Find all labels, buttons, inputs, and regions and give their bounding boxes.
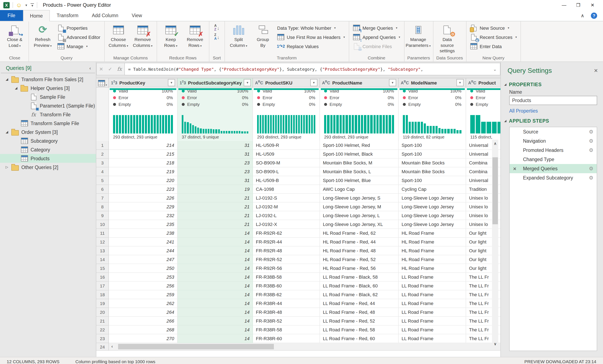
cell-modelname[interactable]: HL Road Frame: [399, 246, 466, 255]
ribbon-button-manage[interactable]: Manage▾: [55, 42, 102, 51]
cell-modelname[interactable]: LL Road Frame: [399, 273, 466, 282]
cell-productsubcategorykey[interactable]: 14: [178, 334, 253, 343]
sidebar-item-transform-file-from-sales-2[interactable]: ◢Transform File from Sales [2]: [0, 75, 96, 84]
cell-productsku[interactable]: FR-R92R-56: [253, 264, 320, 273]
row-number[interactable]: 21: [96, 317, 109, 326]
tab-transform[interactable]: Transform: [50, 10, 85, 21]
cell-productsku[interactable]: HL-U509-B: [253, 176, 320, 185]
expander-open-icon[interactable]: ◢: [5, 130, 9, 134]
row-number[interactable]: 4: [96, 167, 109, 176]
cell-productsubcategorykey[interactable]: 23: [178, 167, 253, 176]
cell-productname[interactable]: Sport-100 Helmet, Blue: [320, 176, 399, 185]
select-all-table-icon[interactable]: ▾: [96, 78, 109, 88]
cell-productname[interactable]: LL Road Frame - Black, 62: [320, 290, 399, 299]
cell-productname[interactable]: HL Road Frame - Red, 62: [320, 229, 399, 238]
cell-productsku[interactable]: HL-U509: [253, 150, 320, 159]
applied-step-merged-queries[interactable]: ✕Merged Queries⚙: [510, 164, 597, 173]
cell-productsubcategorykey[interactable]: 19: [178, 185, 253, 194]
ribbon-button-data-type-whole-number[interactable]: Data Type: Whole Number▾: [275, 23, 347, 32]
cell-productname[interactable]: HL Road Frame - Red, 56: [320, 264, 399, 273]
delete-step-icon[interactable]: ✕: [513, 166, 517, 171]
cell-productname[interactable]: Long-Sleeve Logo Jersey, L: [320, 211, 399, 220]
cell-productname[interactable]: Long-Sleeve Logo Jersey, S: [320, 194, 399, 202]
ribbon-button-sort-za[interactable]: ZA↓: [211, 33, 222, 41]
cell-productname[interactable]: Sport-100 Helmet, Black: [320, 150, 399, 159]
tab-home[interactable]: Home: [23, 10, 50, 21]
cell-productsku[interactable]: FR-R92R-48: [253, 246, 320, 255]
cell-modelname[interactable]: Sport-100: [399, 150, 466, 159]
ribbon-button-advanced-editor[interactable]: ▤Advanced Editor: [55, 33, 102, 41]
cell-productsubcategorykey[interactable]: 14: [178, 290, 253, 299]
row-number[interactable]: 18: [96, 290, 109, 299]
cell-modelname[interactable]: LL Road Frame: [399, 317, 466, 326]
applied-step-source[interactable]: Source⚙: [510, 127, 597, 136]
minimize-button[interactable]: —: [557, 2, 571, 8]
ribbon-button-close-load[interactable]: ↪Close &Load▾: [3, 22, 26, 48]
column-header-modelname[interactable]: ABCModelName▼: [399, 78, 466, 88]
cell-modelname[interactable]: Long-Sleeve Logo Jersey: [399, 211, 466, 220]
row-number[interactable]: 14: [96, 255, 109, 264]
cell-productsubcategorykey[interactable]: 14: [178, 246, 253, 255]
row-number[interactable]: 1: [96, 141, 109, 150]
cell-productsubcategorykey[interactable]: 21: [178, 202, 253, 211]
cell-productkey[interactable]: 270: [109, 334, 178, 343]
ribbon-button-choose-columns[interactable]: ChooseColumns▾: [106, 22, 130, 48]
row-number[interactable]: 20: [96, 308, 109, 317]
sidebar-item-order-system-3[interactable]: ◢Order System [3]: [0, 128, 96, 136]
cell-productsubcategorykey[interactable]: 14: [178, 282, 253, 290]
expander-open-icon[interactable]: ◢: [5, 77, 9, 81]
step-settings-gear-icon[interactable]: ⚙: [589, 129, 593, 135]
cell-productsubcategorykey[interactable]: 14: [178, 273, 253, 282]
ribbon-button-manage-parameters[interactable]: ManageParameters▾: [406, 22, 430, 48]
tab-view[interactable]: View: [125, 10, 149, 21]
cell-modelname[interactable]: HL Road Frame: [399, 229, 466, 238]
sidebar-item-sample-file[interactable]: Sample File: [0, 92, 96, 101]
cell-productkey[interactable]: 226: [109, 194, 178, 202]
cell-productsubcategorykey[interactable]: 14: [178, 264, 253, 273]
scroll-up-icon[interactable]: ∧: [492, 141, 498, 146]
restore-button[interactable]: ❐: [571, 2, 585, 8]
cell-modelname[interactable]: LL Road Frame: [399, 308, 466, 317]
cell-productkey[interactable]: 266: [109, 317, 178, 326]
cell-modelname[interactable]: LL Road Frame: [399, 282, 466, 290]
sidebar-item-products[interactable]: Products: [0, 154, 96, 163]
cell-productsku[interactable]: LJ-0192-L: [253, 211, 320, 220]
scroll-down-icon[interactable]: ∨: [492, 342, 498, 346]
cell-productkey[interactable]: 256: [109, 282, 178, 290]
cell-productsku[interactable]: SO-B909-L: [253, 167, 320, 176]
cell-productsubcategorykey[interactable]: 23: [178, 159, 253, 167]
cell-productkey[interactable]: 220: [109, 176, 178, 185]
cell-productname[interactable]: HL Road Frame - Red, 48: [320, 246, 399, 255]
row-number[interactable]: 12: [96, 238, 109, 246]
ribbon-button-recent-sources[interactable]: ◷Recent Sources▾: [468, 33, 519, 41]
cell-productkey[interactable]: 262: [109, 299, 178, 308]
cell-productname[interactable]: HL Road Frame - Red, 44: [320, 238, 399, 246]
cell-productsku[interactable]: FR-R38B-58: [253, 273, 320, 282]
cell-modelname[interactable]: HL Road Frame: [399, 255, 466, 264]
cell-productsku[interactable]: FR-R38B-62: [253, 290, 320, 299]
horizontal-scroll-thumb[interactable]: [118, 344, 274, 349]
column-header-productsku[interactable]: ABCProductSKU▼: [253, 78, 320, 88]
cell-productkey[interactable]: 250: [109, 264, 178, 273]
ribbon-button-data-source-settings[interactable]: ⚙Data sourcesettings: [436, 22, 459, 54]
collapse-section-icon[interactable]: ◢: [504, 83, 507, 86]
cell-productsubcategorykey[interactable]: 14: [178, 255, 253, 264]
row-number[interactable]: 7: [96, 194, 109, 202]
feedback-smiley-icon[interactable]: ☺: [16, 2, 22, 8]
cell-productkey[interactable]: 229: [109, 202, 178, 211]
cell-productsku[interactable]: LJ-0192-X: [253, 220, 320, 229]
row-number[interactable]: 9: [96, 211, 109, 220]
cell-productsku[interactable]: FR-R92R-62: [253, 229, 320, 238]
row-number[interactable]: 2: [96, 150, 109, 159]
cell-productkey[interactable]: 253: [109, 273, 178, 282]
step-settings-gear-icon[interactable]: ⚙: [589, 175, 593, 181]
row-number[interactable]: 17: [96, 282, 109, 290]
cell-productkey[interactable]: 259: [109, 290, 178, 299]
cell-modelname[interactable]: HL Road Frame: [399, 238, 466, 246]
cell-productkey[interactable]: 238: [109, 229, 178, 238]
cell-modelname[interactable]: Long-Sleeve Logo Jersey: [399, 194, 466, 202]
help-icon[interactable]: ?: [591, 12, 597, 19]
cell-productsubcategorykey[interactable]: 14: [178, 317, 253, 326]
cell-productkey[interactable]: 214: [109, 141, 178, 150]
step-settings-gear-icon[interactable]: ⚙: [589, 166, 593, 172]
